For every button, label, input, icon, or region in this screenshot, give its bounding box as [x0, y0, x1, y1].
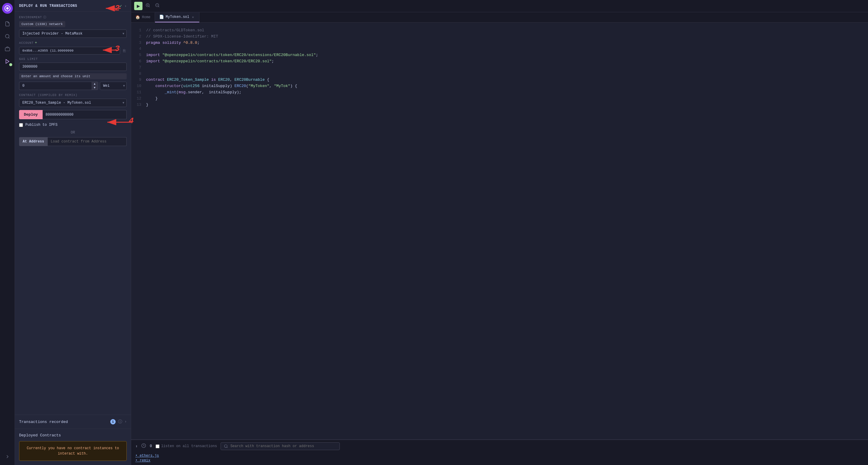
ethers-link[interactable]: • ethers.js [135, 454, 864, 458]
unit-select[interactable]: Wei Gwei Ether [100, 82, 127, 90]
file-icon: 📄 [159, 14, 164, 20]
listen-checkbox-row: listen on all transactions [156, 444, 217, 448]
svg-point-14 [224, 445, 227, 447]
sidebar-icon-files[interactable] [2, 19, 13, 29]
panel-header: DEPLOY & RUN TRANSACTIONS ✓ › [15, 0, 131, 11]
run-button[interactable]: ▶ [134, 2, 143, 10]
deploy-row: Deploy [19, 110, 127, 119]
tab-home[interactable]: 🏠 Home [131, 12, 155, 22]
no-contracts-text: Currently you have no contract instances… [27, 446, 119, 456]
tab-close-button[interactable]: ✕ [191, 15, 195, 20]
panel-title: DEPLOY & RUN TRANSACTIONS [19, 4, 116, 8]
value-input-wrapper: ▲ ▼ [19, 82, 98, 90]
svg-point-2 [5, 34, 9, 38]
transactions-section: Transactions recorded 1 ⓘ › [15, 414, 131, 429]
unit-select-wrapper[interactable]: Wei Gwei Ether ▼ [100, 82, 127, 90]
value-increment-button[interactable]: ▲ [92, 82, 98, 86]
value-spinners: ▲ ▼ [92, 82, 98, 90]
environment-label: ENVIRONMENT ⓘ [19, 15, 127, 20]
value-amount-input[interactable] [19, 82, 92, 90]
environment-select-wrapper[interactable]: Injected Provider - MetaMask ▼ [19, 30, 127, 38]
gas-limit-input[interactable] [19, 63, 127, 71]
editor-area: ▶ 🏠 Home 📄 MyToken.sol ✕ 1 [131, 0, 868, 465]
value-row: ▲ ▼ Wei Gwei Ether ▼ [19, 82, 127, 90]
contract-label: CONTRACT (Compiled by Remix) [19, 94, 127, 97]
listen-all-label: listen on all transactions [161, 444, 217, 448]
plus-icon[interactable]: + [35, 41, 37, 45]
no-contracts-box: Currently you have no contract instances… [19, 441, 127, 461]
icon-sidebar [0, 0, 15, 465]
at-address-row: At Address [19, 137, 127, 146]
sidebar-icon-plugin[interactable] [2, 43, 13, 54]
tab-mytoken-label: MyToken.sol [166, 15, 189, 19]
environment-select[interactable]: Injected Provider - MetaMask [19, 30, 127, 38]
account-row: 0x8b8...e2955 (11.99999999 ▼ ⎘ [19, 47, 127, 55]
value-decrement-button[interactable]: ▼ [92, 86, 98, 90]
code-content: // contracts/GLDToken.sol // SPDX-Licens… [146, 23, 868, 439]
info-icon: ⓘ [43, 15, 46, 20]
publish-row: Publish to IPFS [19, 123, 127, 127]
panel-content: ENVIRONMENT ⓘ Custom (1338) network Inje… [15, 11, 131, 414]
account-select-wrapper[interactable]: 0x8b8...e2955 (11.99999999 ▼ [19, 47, 120, 55]
or-divider: OR [19, 130, 127, 135]
deploy-panel: DEPLOY & RUN TRANSACTIONS ✓ › ENVIRONMEN… [15, 0, 131, 465]
line-numbers: 1 2 3 4 5 6 7 8 9 10 11 12 13 [131, 23, 146, 439]
publish-ipfs-checkbox[interactable] [19, 123, 23, 127]
tab-mytoken[interactable]: 📄 MyToken.sol ✕ [155, 12, 199, 22]
account-label: ACCOUNT + [19, 41, 127, 45]
zoom-out-button[interactable] [153, 2, 161, 10]
transactions-count-badge: 1 [110, 419, 116, 425]
svg-line-3 [8, 37, 9, 38]
value-tooltip: Enter an amount and choose its unit [19, 73, 127, 79]
transactions-info-icon[interactable]: ⓘ [118, 419, 122, 425]
network-tooltip: Custom (1338) network [19, 21, 65, 27]
search-input[interactable] [230, 444, 337, 448]
listen-all-checkbox[interactable] [156, 444, 159, 448]
svg-line-7 [149, 6, 150, 7]
svg-marker-5 [6, 59, 9, 63]
transaction-count: 0 [150, 444, 152, 448]
at-address-button[interactable]: At Address [19, 137, 48, 146]
deploy-param-input[interactable] [42, 110, 127, 119]
transactions-title: Transactions recorded [19, 420, 108, 424]
account-select[interactable]: 0x8b8...e2955 (11.99999999 [19, 47, 120, 55]
svg-point-1 [6, 7, 9, 9]
home-icon: 🏠 [135, 15, 140, 20]
check-icon: ✓ [120, 4, 122, 8]
remix-link[interactable]: • remix [135, 459, 864, 463]
svg-line-11 [158, 6, 159, 7]
transactions-header[interactable]: Transactions recorded 1 ⓘ › [19, 419, 127, 425]
tabs-bar: 🏠 Home 📄 MyToken.sol ✕ [131, 12, 868, 23]
history-icon[interactable] [141, 443, 146, 449]
gas-limit-label: GAS LIMIT [19, 58, 127, 61]
bottom-section: ⬍ 0 listen on all transactions [131, 439, 868, 465]
at-address-input[interactable] [48, 137, 127, 146]
svg-line-15 [227, 447, 228, 448]
app-logo [2, 3, 13, 14]
sidebar-icon-settings[interactable] [2, 451, 13, 462]
bottom-bar: ⬍ 0 listen on all transactions [131, 440, 868, 453]
editor-toolbar: ▶ [131, 0, 868, 12]
zoom-in-button[interactable] [144, 2, 152, 10]
deployed-section: Deployed Contracts Currently you have no… [15, 429, 131, 465]
expand-console-button[interactable]: ⬍ [135, 444, 138, 449]
copy-account-button[interactable]: ⎘ [122, 47, 127, 54]
sidebar-icon-search[interactable] [2, 31, 13, 42]
contract-select[interactable]: ERC20_Token_Sample - MyToken.sol [19, 99, 127, 107]
tab-home-label: Home [142, 15, 151, 20]
transactions-chevron-icon[interactable]: › [125, 420, 127, 424]
svg-rect-4 [5, 48, 9, 51]
search-icon [224, 444, 228, 448]
deploy-button[interactable]: Deploy [19, 110, 42, 119]
search-bar[interactable] [221, 442, 340, 450]
expand-icon[interactable]: › [124, 4, 127, 8]
code-area: 1 2 3 4 5 6 7 8 9 10 11 12 13 // contrac… [131, 23, 868, 439]
publish-ipfs-label: Publish to IPFS [25, 123, 58, 127]
contract-select-wrapper[interactable]: ERC20_Token_Sample - MyToken.sol ▼ [19, 99, 127, 107]
deployed-contracts-title: Deployed Contracts [19, 433, 127, 438]
sidebar-icon-deploy[interactable] [2, 56, 13, 67]
console-links: • ethers.js • remix [131, 453, 868, 465]
